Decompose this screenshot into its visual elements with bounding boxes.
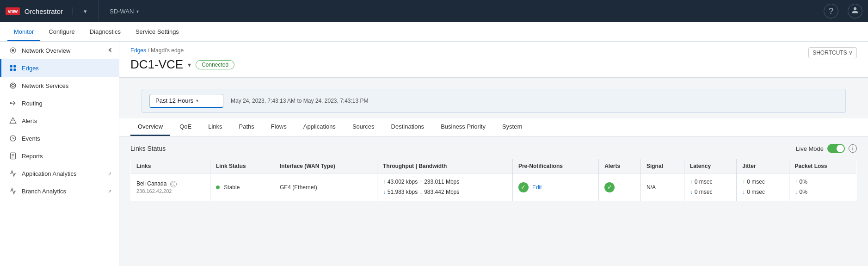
nav-monitor[interactable]: Monitor — [7, 24, 40, 41]
table-row: Bell Canada ⓘ 238.162.42.202 Stable GE4 … — [131, 173, 857, 201]
col-throughput: Throughput | Bandwidth — [377, 159, 512, 173]
content-area: Edges / Magdi's edge DC1-VCE ▾ Connected… — [119, 42, 868, 266]
bw-up-arrow-icon: ↑ — [419, 177, 422, 187]
alerts-check: ✓ — [604, 182, 615, 192]
tab-flows[interactable]: Flows — [264, 118, 294, 136]
tab-business-priority[interactable]: Business Priority — [433, 118, 493, 136]
sidebar-item-network-overview[interactable]: Network Overview — [0, 42, 119, 59]
user-button[interactable] — [848, 4, 862, 19]
live-mode-info-icon[interactable]: i — [849, 144, 857, 153]
tab-overview[interactable]: Overview — [130, 118, 170, 136]
nav-diagnostics[interactable]: Diagnostics — [83, 24, 127, 41]
live-mode-label: Live Mode — [796, 145, 824, 152]
down-arrow-icon: ↓ — [383, 187, 386, 198]
col-signal: Signal — [640, 159, 684, 173]
secondary-navigation: Monitor Configure Diagnostics Service Se… — [0, 22, 868, 42]
cell-link-name: Bell Canada ⓘ 238.162.42.202 — [131, 173, 210, 201]
sidebar: Network Overview Edges Network Services … — [0, 42, 119, 266]
sidebar-item-routing[interactable]: Routing — [0, 94, 119, 112]
time-filter-container: Past 12 Hours ▾ May 24, 2023, 7:43:13 AM… — [119, 78, 868, 113]
section-content: Links Status Live Mode i Links Link Stat… — [119, 136, 868, 209]
throughput-down-bw: 983.442 Mbps — [424, 187, 459, 198]
latency-down: 0 msec — [695, 187, 713, 198]
jitter-cell: ↑ 0 msec ↓ 0 msec — [742, 177, 783, 197]
latency-up-row: ↑ 0 msec — [690, 177, 731, 187]
detail-tabs: Overview QoE Links Paths Flows Applicati… — [119, 118, 868, 136]
packet-loss-down-row: ↓ 0% — [795, 187, 851, 198]
sidebar-item-application-analytics[interactable]: Application Analytics ↗ — [0, 165, 119, 182]
pre-notif-cell: ✓ Edit — [518, 182, 593, 192]
status-label: Stable — [224, 184, 240, 191]
sidebar-item-reports[interactable]: Reports — [0, 147, 119, 165]
jitter-up: 0 msec — [747, 177, 765, 187]
link-name-cell: Bell Canada ⓘ 238.162.42.202 — [136, 180, 204, 194]
time-filter-bar: Past 12 Hours ▾ May 24, 2023, 7:43:13 AM… — [142, 89, 846, 113]
breadcrumb-edges-link[interactable]: Edges — [130, 47, 146, 54]
page-title-caret[interactable]: ▾ — [188, 61, 191, 68]
info-text: i — [852, 146, 853, 151]
tab-destinations[interactable]: Destinations — [384, 118, 432, 136]
sdwan-dropdown-caret: ▾ — [136, 9, 139, 14]
cell-link-status: Stable — [210, 173, 274, 201]
nav-configure[interactable]: Configure — [42, 24, 81, 41]
latency-up: 0 msec — [695, 177, 713, 187]
sidebar-item-edges[interactable]: Edges — [0, 59, 119, 77]
network-services-icon — [9, 81, 17, 90]
shortcuts-button[interactable]: SHORTCUTS ∨ — [808, 47, 857, 58]
svg-rect-4 — [10, 68, 12, 71]
external-link-icon: ↗ — [108, 171, 111, 176]
tab-paths[interactable]: Paths — [232, 118, 262, 136]
sidebar-item-label: Branch Analytics — [22, 188, 66, 195]
edges-icon — [9, 64, 17, 72]
sidebar-collapse-button[interactable] — [107, 46, 114, 55]
orchestrator-dropdown[interactable]: ▾ — [73, 0, 98, 22]
sidebar-item-label: Network Overview — [22, 47, 70, 54]
link-name: Bell Canada — [136, 180, 166, 187]
nav-service-settings[interactable]: Service Settings — [129, 24, 185, 41]
time-range-label: Past 12 Hours — [155, 97, 193, 104]
col-links: Links — [131, 159, 210, 173]
sdwan-dropdown-label: SD-WAN — [110, 8, 134, 15]
cell-throughput: ↑ 43.002 kbps ↑ 233.011 Mbps ↓ 51.983 kb… — [377, 173, 512, 201]
throughput-down-row: ↓ 51.983 kbps ↓ 983.442 Mbps — [383, 187, 507, 198]
svg-point-1 — [12, 49, 14, 51]
application-analytics-icon — [9, 169, 17, 178]
sidebar-item-label: Routing — [22, 100, 43, 107]
branch-analytics-icon — [9, 187, 17, 195]
link-info-icon[interactable]: ⓘ — [170, 181, 177, 187]
cell-signal: N/A — [640, 173, 684, 201]
alerts-icon — [9, 117, 17, 125]
help-button[interactable]: ? — [824, 4, 838, 19]
live-mode-toggle[interactable] — [827, 144, 845, 153]
network-overview-icon — [9, 46, 17, 55]
sidebar-item-branch-analytics[interactable]: Branch Analytics ↗ — [0, 182, 119, 200]
col-latency: Latency — [684, 159, 736, 173]
svg-point-12 — [10, 103, 12, 104]
svg-rect-5 — [13, 68, 16, 71]
col-jitter: Jitter — [737, 159, 789, 173]
svg-point-7 — [12, 84, 14, 87]
tab-sources[interactable]: Sources — [345, 118, 382, 136]
tab-applications[interactable]: Applications — [296, 118, 343, 136]
tab-qoe[interactable]: QoE — [172, 118, 199, 136]
user-icon — [851, 6, 859, 16]
sidebar-item-network-services[interactable]: Network Services — [0, 77, 119, 94]
tab-links[interactable]: Links — [201, 118, 229, 136]
links-status-header: Links Status Live Mode i — [130, 144, 857, 153]
sidebar-item-alerts[interactable]: Alerts — [0, 112, 119, 130]
throughput-up-bw: 233.011 Mbps — [424, 177, 459, 187]
top-nav-actions: ? — [824, 4, 862, 19]
sidebar-item-events[interactable]: Events — [0, 130, 119, 147]
packet-loss-up-arrow: ↑ — [795, 177, 798, 187]
bw-down-arrow-icon: ↓ — [419, 187, 422, 198]
help-icon: ? — [829, 6, 833, 16]
tab-system[interactable]: System — [495, 118, 529, 136]
time-range-caret: ▾ — [196, 98, 198, 103]
sdwan-dropdown[interactable]: SD-WAN ▾ — [98, 0, 150, 22]
sidebar-item-label: Network Services — [22, 82, 68, 89]
time-range-dropdown[interactable]: Past 12 Hours ▾ — [149, 94, 223, 108]
throughput-down: 51.983 kbps — [388, 187, 418, 198]
main-layout: Network Overview Edges Network Services … — [0, 42, 868, 266]
latency-up-arrow: ↑ — [690, 177, 693, 187]
edit-button[interactable]: Edit — [532, 184, 542, 191]
